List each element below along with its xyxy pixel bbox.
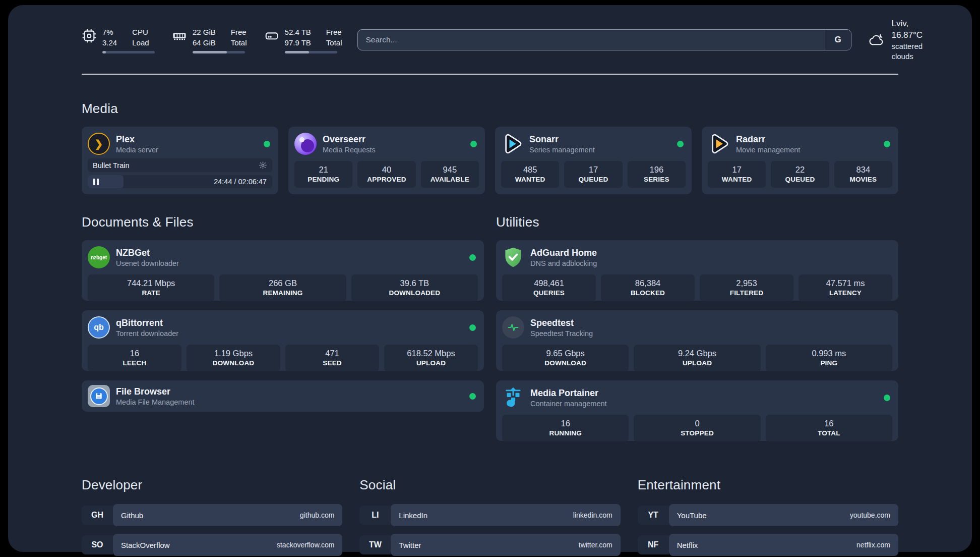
- filebrowser-icon: [88, 385, 110, 407]
- app-card-sonarr[interactable]: Sonarr Series management 485 WANTED 17 Q…: [495, 127, 692, 194]
- app-description: Container management: [530, 399, 607, 408]
- app-card-filebrowser[interactable]: File Browser Media File Management: [82, 380, 484, 412]
- app-card-speedtest[interactable]: Speedtest Speedtest Tracking 9.65 Gbps D…: [496, 310, 898, 371]
- bookmark-linkedin[interactable]: LI LinkedIn linkedin.com: [359, 504, 620, 526]
- disk-total-label: Total: [326, 37, 342, 48]
- bookmark-abbr: NF: [638, 535, 669, 554]
- stat-leech: 16 LEECH: [88, 345, 181, 371]
- app-name: qBittorrent: [116, 317, 178, 329]
- plex-chevron-glyph: ❯: [95, 138, 103, 150]
- stat-pending: 21 PENDING: [294, 161, 352, 188]
- weather-location-temp: Lviv, 16.87°C: [891, 18, 930, 41]
- stat-stopped: 0 STOPPED: [634, 415, 760, 441]
- stat-queued: 22 QUEUED: [771, 161, 829, 188]
- app-name: Media Portainer: [530, 387, 607, 399]
- cpu-usage: 7%: [102, 27, 117, 37]
- stat-running: 16 RUNNING: [502, 415, 629, 441]
- cpu-progress-fill: [102, 51, 106, 53]
- cpu-label: CPU: [132, 27, 149, 37]
- bookmark-url: stackoverflow.com: [277, 541, 334, 549]
- disk-free-label: Free: [326, 27, 342, 37]
- disk-progress-bar: [285, 51, 337, 53]
- search-engine-button[interactable]: G: [825, 30, 851, 50]
- qbittorrent-icon: qb: [88, 316, 110, 339]
- bookmark-name: LinkedIn: [399, 511, 427, 520]
- bookmark-abbr: SO: [82, 535, 113, 554]
- section-title-social: Social: [359, 477, 620, 493]
- stat-movies: 834 MOVIES: [834, 161, 892, 188]
- stat-blocked: 86,384 BLOCKED: [601, 274, 695, 301]
- status-dot: [677, 141, 684, 147]
- app-description: Media File Management: [116, 398, 195, 407]
- app-name: NZBGet: [116, 247, 179, 259]
- bookmark-github[interactable]: GH Github github.com: [82, 504, 342, 526]
- ram-progress-bar: [193, 51, 245, 53]
- bookmark-youtube[interactable]: YT YouTube youtube.com: [638, 504, 898, 526]
- app-description: Torrent downloader: [116, 329, 178, 338]
- sonarr-icon: [501, 133, 523, 155]
- app-card-radarr[interactable]: Radarr Movie management 17 WANTED 22 QUE…: [702, 127, 898, 194]
- bookmark-stackoverflow[interactable]: SO StackOverflow stackoverflow.com: [82, 534, 342, 556]
- app-description: Series management: [529, 145, 595, 154]
- app-description: DNS and adblocking: [530, 259, 597, 268]
- app-card-portainer[interactable]: Media Portainer Container management 16 …: [496, 380, 898, 441]
- disk-progress-fill: [285, 51, 310, 53]
- stat-download: 9.65 Gbps DOWNLOAD: [502, 345, 629, 371]
- app-card-adguard[interactable]: AdGuard Home DNS and adblocking 498,461 …: [496, 240, 898, 301]
- stat-approved: 40 APPROVED: [357, 161, 415, 188]
- status-dot: [469, 324, 476, 331]
- bookmark-name: Github: [121, 511, 143, 520]
- pause-icon[interactable]: [93, 179, 99, 185]
- ram-free-label: Free: [231, 27, 247, 37]
- bookmark-abbr: YT: [638, 506, 669, 525]
- app-name: Radarr: [736, 134, 800, 145]
- bookmark-abbr: LI: [359, 506, 391, 525]
- bookmark-name: Twitter: [399, 541, 421, 549]
- app-name: Sonarr: [529, 134, 595, 145]
- app-name: Speedtest: [530, 317, 593, 329]
- stat-upload: 618.52 Mbps UPLOAD: [384, 345, 478, 371]
- app-card-qbittorrent[interactable]: qb qBittorrent Torrent downloader 16 LEE…: [82, 310, 484, 371]
- disk-total-value: 97.9 TB: [285, 37, 311, 48]
- status-dot: [264, 141, 270, 147]
- stat-download: 1.19 Gbps DOWNLOAD: [187, 345, 280, 371]
- stat-total: 16 TOTAL: [766, 415, 892, 441]
- stat-queries: 498,461 QUERIES: [502, 274, 596, 301]
- app-description: Speedtest Tracking: [530, 329, 593, 338]
- nzbget-icon: nzbget: [88, 246, 110, 268]
- bookmark-url: youtube.com: [850, 511, 890, 519]
- bookmark-netflix[interactable]: NF Netflix netflix.com: [638, 534, 898, 556]
- developer-bookmarks: Developer GH Github github.com SO StackO…: [82, 477, 342, 557]
- section-title-documents: Documents & Files: [82, 214, 484, 230]
- app-card-nzbget[interactable]: nzbget NZBGet Usenet downloader 744.21 M…: [82, 240, 484, 301]
- weather-condition: scattered clouds: [891, 41, 930, 62]
- bookmark-abbr: GH: [82, 506, 113, 525]
- section-title-entertainment: Entertainment: [638, 477, 898, 493]
- search-input[interactable]: [358, 30, 825, 50]
- stat-downloaded: 39.6 TB DOWNLOADED: [351, 274, 478, 301]
- weather-widget: Lviv, 16.87°C scattered clouds: [869, 18, 930, 62]
- bookmark-url: twitter.com: [579, 541, 612, 549]
- stat-ping: 0.993 ms PING: [766, 345, 892, 371]
- bookmark-abbr: TW: [359, 535, 391, 554]
- playback-progress-bar[interactable]: 24:44 / 02:06:47: [88, 175, 272, 189]
- system-stats: 7% 3.24 CPU Load: [82, 27, 342, 53]
- cpu-chip-icon: [82, 28, 97, 43]
- status-dot: [470, 141, 477, 147]
- speedtest-icon: [502, 316, 524, 339]
- stat-seed: 471 SEED: [285, 345, 379, 371]
- settings-gear-icon[interactable]: [259, 161, 267, 170]
- documents-column: Documents & Files nzbget NZBGet Usenet d…: [82, 214, 484, 441]
- utilities-column: Utilities: [496, 214, 898, 441]
- memory-icon: [172, 28, 187, 43]
- app-card-overseerr[interactable]: Overseerr Media Requests 21 PENDING 40 A…: [288, 127, 485, 194]
- cpu-load-value: 3.24: [102, 37, 117, 48]
- entertainment-bookmarks: Entertainment YT YouTube youtube.com NF …: [638, 477, 898, 557]
- radarr-icon: [708, 133, 730, 155]
- bookmark-twitter[interactable]: TW Twitter twitter.com: [359, 534, 620, 556]
- app-card-plex[interactable]: ❯ Plex Media server Bullet Train: [82, 127, 278, 194]
- stat-wanted: 17 WANTED: [708, 161, 766, 188]
- app-description: Media Requests: [323, 145, 376, 154]
- status-dot: [469, 393, 476, 400]
- ram-free-value: 22 GiB: [193, 27, 216, 37]
